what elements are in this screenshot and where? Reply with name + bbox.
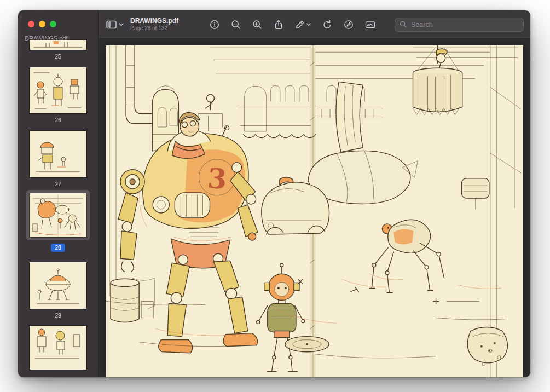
- selected-page-pill: 28: [51, 244, 65, 252]
- annotate-button[interactable]: [343, 19, 355, 31]
- chevron-down-icon: [119, 23, 124, 26]
- thumbnail-page-26[interactable]: 26: [30, 67, 86, 123]
- thumbnail-sketch: [30, 40, 86, 50]
- pdf-artwork-robot-street-scene: 3: [106, 45, 523, 377]
- thumbnail-image: [30, 262, 86, 309]
- thumbnail-page-28[interactable]: 28: [30, 190, 86, 252]
- search-icon: [400, 21, 407, 28]
- traffic-lights: [28, 21, 56, 27]
- window-title: DRAWINGS.pdf: [130, 17, 178, 25]
- pdf-page[interactable]: 3: [106, 45, 523, 377]
- thumbnail-image: [30, 40, 86, 50]
- toolbar-icons: [209, 18, 524, 32]
- thumbnail-page-next[interactable]: [30, 326, 86, 370]
- page-number: 29: [30, 312, 86, 319]
- zoom-in-icon: [252, 20, 262, 30]
- thumbnail-sketch: [30, 326, 86, 370]
- page-number: 25: [30, 53, 86, 60]
- signature-icon: [365, 20, 375, 30]
- sidebar: DRAWINGS.pdf 25: [18, 10, 99, 377]
- share-icon: [274, 20, 283, 30]
- markup-pen-button[interactable]: [294, 19, 312, 31]
- chevron-down-icon: [306, 23, 311, 26]
- thumbnail-image: [30, 67, 86, 113]
- annotate-pencil-circle-icon: [344, 20, 354, 30]
- info-button[interactable]: [209, 19, 221, 31]
- search-field[interactable]: [395, 18, 524, 32]
- zoom-out-button[interactable]: [230, 19, 242, 31]
- share-button[interactable]: [273, 19, 285, 31]
- thumbnail-image: [30, 326, 86, 370]
- zoom-out-icon: [231, 20, 241, 30]
- toolbar: DRAWINGS.pdf Page 28 of 132: [99, 10, 530, 39]
- page-number: 26: [30, 117, 86, 123]
- sidebar-toggle-button[interactable]: [105, 19, 125, 30]
- fullscreen-button[interactable]: [50, 21, 56, 27]
- main-column: DRAWINGS.pdf Page 28 of 132: [99, 10, 530, 377]
- robot-number: 3: [206, 162, 228, 195]
- search-input[interactable]: [410, 20, 519, 29]
- page-number-selected: 28: [30, 244, 86, 252]
- thumbnail-image: [30, 193, 86, 237]
- thumbnail-sketch: [30, 193, 86, 237]
- markup-pen-icon: [295, 20, 305, 30]
- thumbnail-selection-highlight: [26, 190, 90, 240]
- info-icon: [210, 20, 219, 30]
- thumbnail-page-29[interactable]: 29: [30, 262, 86, 319]
- minimize-button[interactable]: [39, 21, 45, 27]
- title-block: DRAWINGS.pdf Page 28 of 132: [130, 17, 178, 32]
- thumbnail-sketch: [30, 262, 86, 309]
- thumbnail-sketch: [30, 67, 86, 113]
- signature-button[interactable]: [364, 19, 377, 31]
- rotate-icon: [322, 20, 332, 30]
- page-status: Page 28 of 132: [130, 25, 178, 32]
- page-number: 27: [30, 181, 86, 187]
- rotate-button[interactable]: [321, 19, 333, 31]
- zoom-in-button[interactable]: [251, 19, 263, 31]
- thumbnail-page-25[interactable]: 25: [30, 40, 86, 60]
- document-view: 3: [99, 39, 530, 377]
- sidebar-icon: [106, 20, 117, 29]
- thumbnail-sketch: [30, 131, 86, 177]
- thumbnail-image: [30, 131, 86, 177]
- preview-window: DRAWINGS.pdf 25: [18, 10, 530, 377]
- close-button[interactable]: [28, 21, 34, 27]
- thumbnail-page-27[interactable]: 27: [30, 131, 86, 187]
